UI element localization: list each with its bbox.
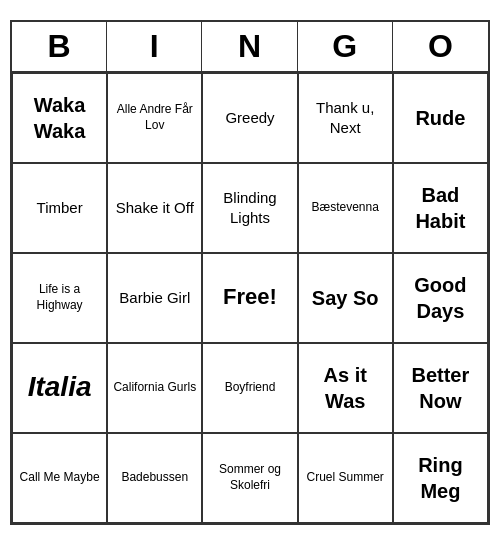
bingo-cell-r0-c1: Alle Andre Får Lov <box>107 73 202 163</box>
bingo-cell-r0-c2: Greedy <box>202 73 297 163</box>
bingo-cell-r4-c0: Call Me Maybe <box>12 433 107 523</box>
header-letter-b: B <box>12 22 107 71</box>
header-letter-i: I <box>107 22 202 71</box>
bingo-cell-r1-c1: Shake it Off <box>107 163 202 253</box>
header-letter-o: O <box>393 22 488 71</box>
bingo-cell-r3-c4: Better Now <box>393 343 488 433</box>
bingo-cell-r4-c3: Cruel Summer <box>298 433 393 523</box>
bingo-cell-r3-c2: Boyfriend <box>202 343 297 433</box>
bingo-card: BINGO Waka WakaAlle Andre Får LovGreedyT… <box>10 20 490 525</box>
bingo-cell-r2-c4: Good Days <box>393 253 488 343</box>
bingo-cell-r2-c2: Free! <box>202 253 297 343</box>
bingo-cell-r2-c1: Barbie Girl <box>107 253 202 343</box>
bingo-cell-r3-c0: Italia <box>12 343 107 433</box>
bingo-cell-r4-c2: Sommer og Skolefri <box>202 433 297 523</box>
header-letter-g: G <box>298 22 393 71</box>
bingo-cell-r1-c2: Blinding Lights <box>202 163 297 253</box>
bingo-cell-r1-c0: Timber <box>12 163 107 253</box>
bingo-cell-r1-c3: Bæstevenna <box>298 163 393 253</box>
bingo-cell-r1-c4: Bad Habit <box>393 163 488 253</box>
bingo-cell-r3-c1: California Gurls <box>107 343 202 433</box>
bingo-cell-r2-c3: Say So <box>298 253 393 343</box>
bingo-header: BINGO <box>12 22 488 73</box>
bingo-cell-r4-c4: Ring Meg <box>393 433 488 523</box>
bingo-cell-r0-c4: Rude <box>393 73 488 163</box>
bingo-grid: Waka WakaAlle Andre Får LovGreedyThank u… <box>12 73 488 523</box>
bingo-cell-r4-c1: Badebussen <box>107 433 202 523</box>
bingo-cell-r0-c0: Waka Waka <box>12 73 107 163</box>
bingo-cell-r3-c3: As it Was <box>298 343 393 433</box>
bingo-cell-r2-c0: Life is a Highway <box>12 253 107 343</box>
bingo-cell-r0-c3: Thank u, Next <box>298 73 393 163</box>
header-letter-n: N <box>202 22 297 71</box>
